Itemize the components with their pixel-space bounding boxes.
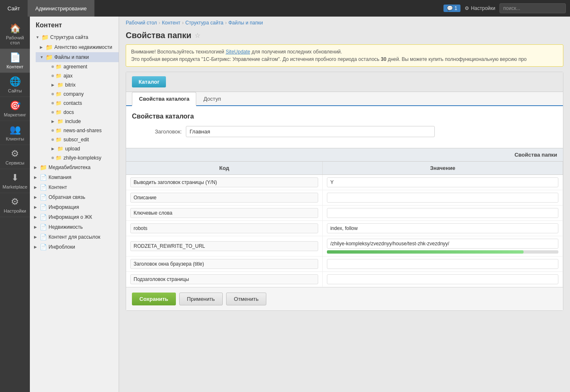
favorite-star-icon[interactable]: ☆ — [195, 31, 200, 39]
tree-item-include[interactable]: ▶ 📁 include — [46, 117, 119, 126]
tree-item-agency[interactable]: ▶ 📁 Агентство недвижимости — [36, 42, 119, 52]
tree-label-media: Медиабиблиотека — [49, 165, 90, 170]
home-icon: 🏠 — [10, 23, 21, 34]
folder-icon-kontent: 📄 — [40, 184, 47, 191]
notification-count: 1 — [454, 5, 457, 11]
sidebar-item-services[interactable]: ⚙ Сервисы — [0, 145, 30, 169]
gear-icon: ⚙ — [465, 5, 469, 11]
folder-icon-media: 📁 — [40, 164, 47, 171]
prop-value-input[interactable] — [327, 274, 558, 284]
form-section: Свойства каталога Заголовок: — [126, 106, 563, 148]
alert-text-2: для получения последних обновлений. — [250, 49, 342, 55]
notifications-badge[interactable]: 💬 1 — [443, 5, 460, 12]
sidebar-item-desktop[interactable]: 🏠 Рабочий стол — [0, 20, 30, 49]
tree-item-kompany[interactable]: ▶ 📄 Компания — [30, 172, 119, 182]
catalog-bar: Каталог — [126, 72, 563, 92]
arrow-right-icon-media: ▶ — [34, 165, 38, 169]
sidebar-item-settings[interactable]: ⚙ Настройки — [0, 193, 30, 217]
apply-button[interactable]: Применить — [179, 293, 223, 305]
tree-item-media[interactable]: ▶ 📁 Медиабиблиотека — [30, 162, 119, 172]
settings-label: Настройки — [471, 5, 495, 11]
tree-item-contacts[interactable]: 📁 contacts — [46, 99, 119, 108]
arrow-icon-info-zhk: ▶ — [34, 215, 38, 219]
tree-item-upload[interactable]: ▶ 📁 upload — [46, 144, 119, 153]
cancel-button[interactable]: Отменить — [226, 293, 266, 305]
siteupdate-link[interactable]: SiteUpdate — [226, 49, 250, 55]
tree-item-info-zhk[interactable]: ▶ 📄 Информация о ЖК — [30, 212, 119, 222]
dot-icon-company — [51, 93, 54, 95]
folder-icon-agency: 📁 — [46, 44, 53, 51]
sidebar-label-services: Сервисы — [5, 160, 24, 165]
tree-item-docs[interactable]: 📁 docs — [46, 108, 119, 117]
tree-item-structure[interactable]: ▼ 📁 Структура сайта — [30, 32, 119, 42]
folder-icon-zhilye: 📁 — [56, 155, 62, 161]
breadcrumb-content[interactable]: Контент — [162, 20, 180, 26]
save-button[interactable]: Сохранить — [132, 293, 176, 305]
content-icon: 📄 — [10, 52, 21, 63]
tree-label-structure: Структура сайта — [50, 34, 88, 40]
settings-icon: ⚙ — [11, 196, 19, 207]
tree-item-ajax[interactable]: 📁 ajax — [46, 71, 119, 80]
sidebar-item-sites[interactable]: 🌐 Сайты — [0, 73, 30, 97]
tree-item-bitrix[interactable]: ▶ 📁 bitrix — [46, 80, 119, 90]
prop-value-input[interactable] — [327, 208, 558, 218]
prop-code-input[interactable] — [130, 177, 318, 187]
prop-code-input[interactable] — [130, 193, 318, 203]
alert-banner: Внимание! Воспользуйтесь технологией Sit… — [126, 44, 563, 67]
tree-item-agreement[interactable]: 📁 agreement — [46, 62, 119, 71]
sidebar-item-content[interactable]: 📄 Контент — [0, 49, 30, 73]
prop-code-cell — [126, 190, 323, 206]
progress-bar-fill — [327, 250, 524, 254]
prop-value-input[interactable] — [327, 239, 558, 249]
tab-admin[interactable]: Администрирование — [28, 0, 95, 17]
main-layout: 🏠 Рабочий стол 📄 Контент 🌐 Сайты 🎯 Марке… — [0, 17, 570, 392]
prop-code-input[interactable] — [130, 274, 318, 284]
breadcrumb-desktop[interactable]: Рабочий стол — [126, 20, 157, 26]
prop-code-input[interactable] — [130, 223, 318, 233]
prop-value-input[interactable] — [327, 259, 558, 269]
arrow-down-icon-files: ▼ — [40, 55, 44, 59]
prop-value-input[interactable] — [327, 177, 558, 187]
tree-item-zhilye[interactable]: 📁 zhilye-kompleksy — [46, 153, 119, 162]
tree-item-files[interactable]: ▼ 📁 Файлы и папки — [36, 52, 119, 62]
folder-icon-feedback: 📄 — [40, 194, 47, 201]
sidebar-item-clients[interactable]: 👥 Клиенты — [0, 121, 30, 145]
arrow-icon-kontent: ▶ — [34, 185, 38, 189]
prop-value-input[interactable] — [327, 193, 558, 203]
title-label: Заголовок: — [132, 128, 182, 135]
breadcrumb-files[interactable]: Файлы и папки — [228, 20, 263, 26]
page-title: Свойства папки — [126, 31, 191, 40]
tree-item-subscr[interactable]: 📁 subscr_edit — [46, 135, 119, 144]
prop-code-input[interactable] — [130, 259, 318, 269]
folder-icon-subscr: 📁 — [56, 137, 62, 143]
tabs: Свойства каталога Доступ — [126, 92, 563, 106]
tab-catalog-properties[interactable]: Свойства каталога — [132, 92, 196, 106]
prop-value-input[interactable] — [327, 223, 558, 233]
arrow-icon-bitrix: ▶ — [51, 83, 56, 87]
table-row — [126, 190, 563, 206]
catalog-button[interactable]: Каталог — [132, 76, 166, 87]
prop-code-input[interactable] — [130, 208, 318, 218]
sidebar-item-marketing[interactable]: 🎯 Маркетинг — [0, 97, 30, 121]
prop-code-input[interactable] — [130, 241, 318, 251]
tab-access[interactable]: Доступ — [196, 92, 228, 106]
tree-item-kontent[interactable]: ▶ 📄 Контент — [30, 182, 119, 192]
breadcrumb-structure[interactable]: Структура сайта — [185, 20, 224, 26]
sidebar-label-clients: Клиенты — [6, 136, 24, 141]
tree-panel: Контент ▼ 📁 Структура сайта ▶ 📁 Агентств… — [30, 17, 119, 392]
search-input[interactable] — [499, 3, 566, 13]
tree-label-subscr: subscr_edit — [63, 137, 89, 143]
settings-nav[interactable]: ⚙ Настройки — [465, 5, 495, 11]
tab-site[interactable]: Сайт — [0, 0, 28, 17]
title-input[interactable] — [186, 126, 435, 137]
tree-item-feedback[interactable]: ▶ 📄 Обратная связь — [30, 192, 119, 202]
sidebar-item-marketplace[interactable]: ⬇ Marketplace — [0, 169, 30, 193]
tree-item-news[interactable]: 📁 news-and-shares — [46, 126, 119, 135]
prop-value-cell — [323, 221, 563, 236]
tree-item-infoblocks[interactable]: ▶ 📄 Инфоблоки — [30, 242, 119, 252]
tree-item-info[interactable]: ▶ 📄 Информация — [30, 202, 119, 212]
breadcrumb-sep-2: › — [182, 20, 184, 26]
tree-item-mailing[interactable]: ▶ 📄 Контент для рассылок — [30, 232, 119, 242]
tree-item-realty[interactable]: ▶ 📄 Недвижимость — [30, 222, 119, 232]
tree-item-company[interactable]: 📁 company — [46, 90, 119, 99]
